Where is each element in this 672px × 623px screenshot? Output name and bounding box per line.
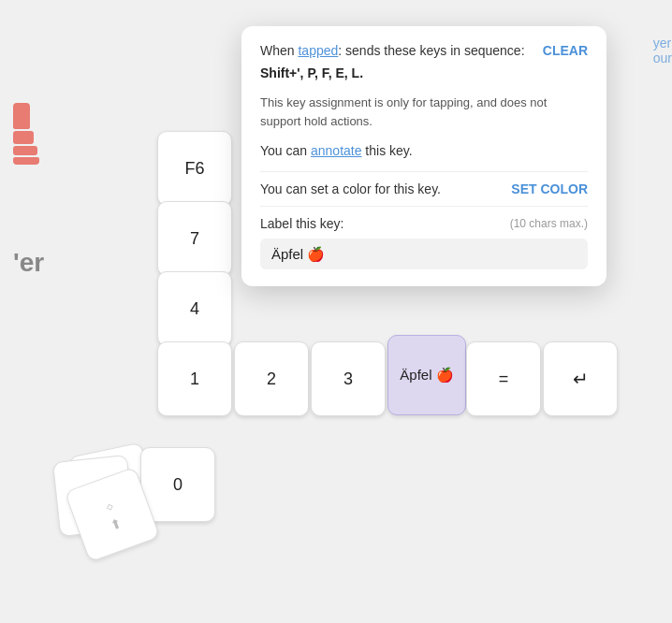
red-decoration xyxy=(13,103,39,165)
popup-annotate-row: You can annotate this key. xyxy=(260,143,588,158)
key-apfel[interactable]: Äpfel 🍎 xyxy=(387,335,466,415)
key-two[interactable]: 2 xyxy=(234,341,309,416)
set-color-button[interactable]: SET COLOR xyxy=(511,181,588,196)
key-popup: When tapped: sends these keys in sequenc… xyxy=(241,26,606,286)
background-text-er: 'er xyxy=(13,248,44,278)
label-input[interactable] xyxy=(260,239,588,269)
annotate-link[interactable]: annotate xyxy=(311,143,362,158)
key-zero[interactable]: 0 xyxy=(140,447,215,522)
popup-divider-2 xyxy=(260,206,588,207)
tapped-link[interactable]: tapped xyxy=(298,43,338,58)
popup-color-label: You can set a color for this key. xyxy=(260,181,441,196)
popup-color-row: You can set a color for this key. SET CO… xyxy=(260,181,588,196)
key-equals[interactable]: = xyxy=(466,341,541,416)
clear-button[interactable]: CLEAR xyxy=(543,43,588,58)
key-seven[interactable]: 7 xyxy=(157,201,232,276)
key-f6[interactable]: F6 xyxy=(157,131,232,206)
popup-tapped-description: When tapped: sends these keys in sequenc… xyxy=(260,43,543,58)
key-four[interactable]: 4 xyxy=(157,271,232,346)
partial-text-top: yer our xyxy=(653,36,672,65)
popup-label-row: Label this key: (10 chars max.) xyxy=(260,216,588,231)
key-return[interactable]: ↵ xyxy=(543,341,618,416)
popup-label-text: Label this key: xyxy=(260,216,344,231)
popup-divider-1 xyxy=(260,171,588,172)
key-one[interactable]: 1 xyxy=(157,341,232,416)
popup-label-max: (10 chars max.) xyxy=(510,217,588,230)
popup-support-note: This key assignment is only for tapping,… xyxy=(260,94,588,130)
popup-keys-sequence: Shift+', P, F, E, L. xyxy=(260,65,588,80)
key-three[interactable]: 3 xyxy=(311,341,386,416)
